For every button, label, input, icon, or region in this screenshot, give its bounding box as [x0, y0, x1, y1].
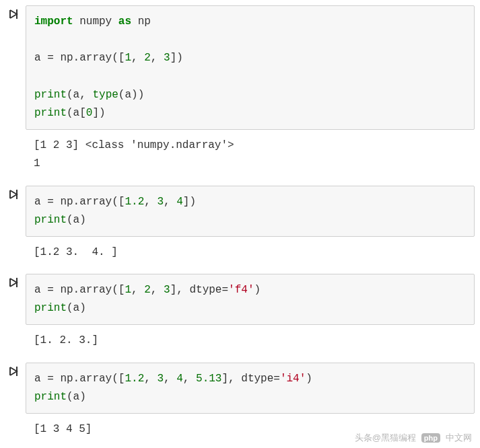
run-cell-icon[interactable] — [5, 367, 22, 376]
code-input[interactable]: import numpy as np a = np.array([1, 2, 3… — [26, 5, 475, 130]
code-input[interactable]: a = np.array([1.2, 3, 4, 5.13], dtype='i… — [26, 363, 475, 414]
cell-output: [1.2 3. 4. ] — [26, 237, 475, 263]
run-cell-icon[interactable] — [5, 9, 22, 19]
cell-body: a = np.array([1.2, 3, 4, 5.13], dtype='i… — [26, 363, 475, 441]
code-cell: a = np.array([1.2, 3, 4, 5.13], dtype='i… — [5, 363, 475, 441]
code-cell: import numpy as np a = np.array([1, 2, 3… — [5, 5, 475, 175]
cell-body: a = np.array([1, 2, 3], dtype='f4') prin… — [26, 274, 475, 352]
cell-output: [1. 2. 3.] — [26, 325, 475, 351]
code-cell: a = np.array([1, 2, 3], dtype='f4') prin… — [5, 274, 475, 352]
run-cell-icon[interactable] — [5, 278, 22, 287]
code-input[interactable]: a = np.array([1, 2, 3], dtype='f4') prin… — [26, 274, 475, 325]
code-cell: a = np.array([1.2, 3, 4]) print(a)[1.2 3… — [5, 186, 475, 264]
cell-output: [1 2 3] <class 'numpy.ndarray'> 1 — [26, 130, 475, 174]
code-input[interactable]: a = np.array([1.2, 3, 4]) print(a) — [26, 186, 475, 237]
notebook-cells: import numpy as np a = np.array([1, 2, 3… — [5, 5, 475, 440]
cell-body: import numpy as np a = np.array([1, 2, 3… — [26, 5, 475, 175]
cell-body: a = np.array([1.2, 3, 4]) print(a)[1.2 3… — [26, 186, 475, 264]
run-cell-icon[interactable] — [5, 190, 22, 199]
cell-output: [1 3 4 5] — [26, 414, 475, 440]
